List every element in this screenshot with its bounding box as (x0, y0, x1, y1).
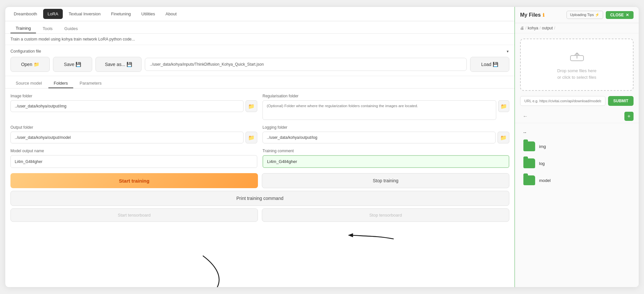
folder-name-log: log (539, 161, 545, 166)
file-list: .. img log model (515, 123, 639, 190)
nav-dreambooth[interactable]: Dreambooth (9, 9, 42, 19)
image-folder-browse-button[interactable]: 📁 (246, 100, 257, 112)
model-name-input[interactable] (10, 155, 257, 168)
files-panel: My Files ℹ Uploading Tips ⚡ CLOSE ✕ 🖨 / … (515, 7, 639, 287)
logging-folder-browse-button[interactable]: 📁 (498, 132, 509, 143)
drop-zone-text: Drop some files here or click to select … (527, 68, 626, 80)
breadcrumb: 🖨 / kohya / output / (515, 23, 639, 33)
folder-name-img: img (539, 144, 546, 149)
image-folder-input[interactable] (10, 100, 244, 112)
svg-marker-1 (348, 233, 353, 237)
files-header: My Files ℹ Uploading Tips ⚡ CLOSE ✕ (515, 7, 639, 23)
url-input[interactable] (520, 96, 605, 106)
training-comment-input[interactable] (263, 155, 509, 168)
tab-source-model[interactable]: Source model (10, 79, 47, 88)
list-item[interactable]: img (520, 139, 634, 154)
folder-grid: Image folder 📁 Regularisation folder 📁 (5, 89, 515, 149)
tab-folders[interactable]: Folders (48, 79, 73, 88)
reg-folder-input[interactable] (263, 100, 496, 120)
training-comment-label: Training comment (263, 149, 509, 153)
start-training-button[interactable]: Start training (10, 173, 258, 188)
description-text: Train a custom model using kohya train n… (5, 34, 515, 45)
model-name-item: Model output name (10, 149, 257, 168)
nav-utilities[interactable]: Utilities (137, 9, 160, 19)
config-dropdown-arrow[interactable]: ▼ (506, 50, 509, 53)
new-folder-button[interactable]: + (624, 112, 634, 121)
top-nav: Dreambooth LoRA Textual Inversion Finetu… (5, 7, 515, 21)
close-button[interactable]: CLOSE ✕ (606, 11, 634, 19)
folder-icon (523, 141, 535, 151)
drop-zone[interactable]: Drop some files here or click to select … (520, 39, 634, 91)
output-folder-item: Output folder 📁 (10, 125, 257, 143)
folder-tabs: Source model Folders Parameters (5, 76, 515, 89)
sub-tabs: Training Tools Guides (5, 21, 515, 34)
logging-folder-item: Logging folder 📁 (263, 125, 509, 143)
logging-folder-input[interactable] (263, 132, 496, 143)
stop-tensorboard-button[interactable]: Stop tensorboard (262, 208, 509, 222)
load-button[interactable]: Load 💾 (470, 57, 509, 72)
parent-dir-label: .. (523, 128, 526, 134)
config-label: Configuration file (10, 49, 41, 54)
image-folder-item: Image folder 📁 (10, 94, 257, 120)
config-path-input[interactable] (145, 58, 467, 71)
breadcrumb-output[interactable]: output (542, 26, 553, 30)
breadcrumb-kohya[interactable]: kohya (528, 26, 538, 30)
tab-tools[interactable]: Tools (37, 24, 58, 33)
reg-folder-browse-button[interactable]: 📁 (498, 100, 509, 112)
close-icon: ✕ (626, 13, 629, 17)
nav-about[interactable]: About (161, 9, 181, 19)
uploading-tips-button[interactable]: Uploading Tips ⚡ (567, 11, 603, 19)
config-section: Configuration file ▼ Open 📁 Save 💾 Save … (5, 45, 515, 76)
nav-textual-inversion[interactable]: Textual Inversion (64, 9, 105, 19)
url-row: SUBMIT (515, 96, 639, 110)
save-as-button[interactable]: Save as... 💾 (95, 57, 142, 72)
upload-icon (527, 49, 626, 65)
info-icon: ℹ (543, 12, 544, 18)
submit-button[interactable]: SUBMIT (608, 96, 634, 106)
logging-folder-label: Logging folder (263, 125, 509, 130)
output-folder-browse-button[interactable]: 📁 (246, 132, 257, 143)
model-name-label: Model output name (10, 149, 257, 153)
bottom-inputs: Model output name Training comment (5, 149, 515, 173)
output-folder-label: Output folder (10, 125, 257, 130)
folder-icon (523, 158, 535, 168)
output-folder-input[interactable] (10, 132, 244, 143)
tab-parameters[interactable]: Parameters (75, 79, 107, 88)
image-folder-label: Image folder (10, 94, 257, 98)
tab-training[interactable]: Training (10, 24, 36, 33)
save-button[interactable]: Save 💾 (53, 57, 92, 72)
files-toolbar: ← + (515, 110, 639, 123)
tensorboard-row: Start tensorboard Stop tensorboard (5, 208, 515, 222)
reg-folder-label: Regularisation folder (263, 94, 509, 98)
nav-finetuning[interactable]: Finetuning (107, 9, 136, 19)
folder-name-model: model (539, 178, 551, 183)
nav-lora[interactable]: LoRA (43, 9, 63, 19)
print-command-button[interactable]: Print training command (10, 191, 509, 206)
training-comment-item: Training comment (263, 149, 509, 168)
open-button[interactable]: Open 📁 (10, 57, 50, 72)
list-item[interactable]: log (520, 156, 634, 171)
action-buttons: Start training Stop training (5, 173, 515, 191)
tab-guides[interactable]: Guides (59, 24, 83, 33)
folder-icon (523, 175, 535, 185)
back-button[interactable]: ← (520, 112, 531, 121)
stop-training-button[interactable]: Stop training (262, 173, 509, 188)
files-title: My Files ℹ (520, 12, 544, 18)
reg-folder-item: Regularisation folder 📁 (263, 94, 509, 120)
breadcrumb-printer-icon: 🖨 (520, 26, 524, 30)
list-item[interactable]: model (520, 173, 634, 188)
start-tensorboard-button[interactable]: Start tensorboard (10, 208, 258, 222)
parent-dir-item[interactable]: .. (520, 126, 634, 137)
